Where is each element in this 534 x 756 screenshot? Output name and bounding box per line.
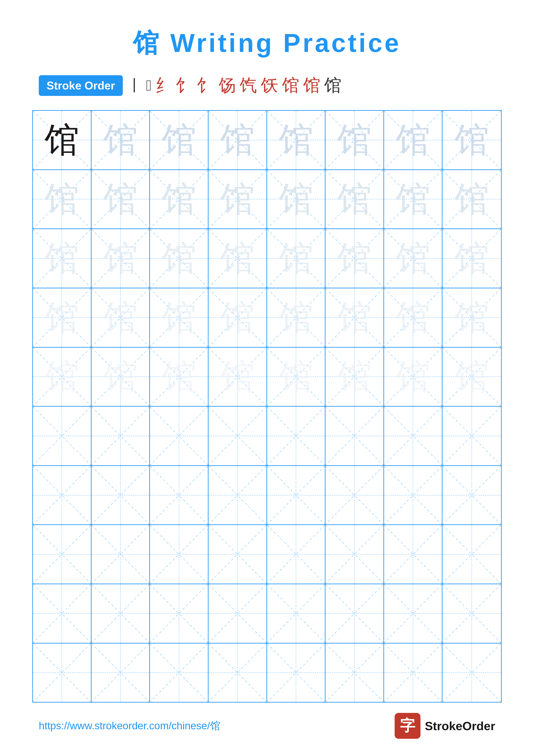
svg-line-97 — [33, 466, 91, 525]
grid-cell-6-8[interactable] — [443, 407, 501, 465]
grid-cell-9-2[interactable] — [91, 584, 150, 643]
grid-cell-1-4[interactable]: 馆 — [209, 111, 267, 169]
grid-cell-8-4[interactable] — [209, 525, 267, 583]
grid-cell-9-8[interactable] — [443, 584, 501, 643]
grid-cell-8-3[interactable] — [150, 525, 209, 583]
svg-line-109 — [384, 466, 442, 525]
grid-cell-9-5[interactable] — [267, 584, 326, 643]
grid-cell-9-7[interactable] — [384, 584, 443, 643]
grid-cell-6-6[interactable] — [325, 407, 384, 465]
grid-cell-1-6[interactable]: 馆 — [325, 111, 384, 169]
grid-cell-2-1[interactable]: 馆 — [33, 170, 91, 229]
footer: https://www.strokeorder.com/chinese/馆 字 … — [0, 713, 534, 739]
grid-cell-5-7[interactable]: 馆 — [384, 348, 443, 406]
grid-cell-6-1[interactable] — [33, 407, 91, 465]
grid-row-4: 馆 馆 馆 馆 馆 馆 馆 馆 — [33, 288, 501, 348]
grid-cell-4-4[interactable]: 馆 — [209, 288, 267, 347]
grid-cell-5-4[interactable]: 馆 — [209, 348, 267, 406]
grid-cell-4-3[interactable]: 馆 — [150, 288, 209, 347]
grid-cell-9-4[interactable] — [209, 584, 267, 643]
grid-cell-10-6[interactable] — [325, 643, 384, 702]
grid-cell-2-2[interactable]: 馆 — [91, 170, 150, 229]
char-guide: 馆 — [162, 123, 196, 157]
svg-line-98 — [91, 466, 149, 525]
svg-line-102 — [209, 466, 267, 525]
grid-cell-1-8[interactable]: 馆 — [443, 111, 501, 169]
grid-cell-6-2[interactable] — [91, 407, 150, 465]
svg-line-150 — [209, 643, 267, 702]
grid-cell-9-3[interactable] — [150, 584, 209, 643]
grid-cell-1-7[interactable]: 馆 — [384, 111, 443, 169]
svg-line-141 — [384, 584, 442, 643]
grid-cell-7-2[interactable] — [91, 466, 150, 525]
grid-cell-7-8[interactable] — [443, 466, 501, 525]
svg-line-96 — [33, 466, 91, 525]
grid-cell-5-8[interactable]: 馆 — [443, 348, 501, 406]
grid-cell-4-7[interactable]: 馆 — [384, 288, 443, 347]
grid-cell-10-5[interactable] — [267, 643, 326, 702]
grid-cell-2-8[interactable]: 馆 — [443, 170, 501, 229]
svg-line-104 — [267, 466, 325, 525]
grid-cell-2-3[interactable]: 馆 — [150, 170, 209, 229]
grid-cell-5-1[interactable]: 馆 — [33, 348, 91, 406]
grid-cell-8-8[interactable] — [443, 525, 501, 583]
grid-cell-3-6[interactable]: 馆 — [325, 229, 384, 288]
grid-cell-10-4[interactable] — [209, 643, 267, 702]
grid-cell-4-2[interactable]: 馆 — [91, 288, 150, 347]
grid-cell-3-4[interactable]: 馆 — [209, 229, 267, 288]
stroke-4: 饣 — [176, 74, 195, 97]
grid-cell-7-6[interactable] — [325, 466, 384, 525]
grid-cell-2-4[interactable]: 馆 — [209, 170, 267, 229]
grid-cell-1-2[interactable]: 馆 — [91, 111, 150, 169]
grid-cell-1-3[interactable]: 馆 — [150, 111, 209, 169]
grid-cell-8-5[interactable] — [267, 525, 326, 583]
grid-cell-10-3[interactable] — [150, 643, 209, 702]
stroke-8: 饫 — [261, 74, 280, 97]
grid-cell-3-5[interactable]: 馆 — [267, 229, 326, 288]
grid-cell-7-1[interactable] — [33, 466, 91, 525]
grid-cell-5-2[interactable]: 馆 — [91, 348, 150, 406]
grid-cell-9-1[interactable] — [33, 584, 91, 643]
stroke-9: 馆 — [282, 74, 301, 97]
grid-cell-7-4[interactable] — [209, 466, 267, 525]
grid-cell-6-7[interactable] — [384, 407, 443, 465]
grid-cell-3-1[interactable]: 馆 — [33, 229, 91, 288]
grid-cell-10-7[interactable] — [384, 643, 443, 702]
grid-cell-4-1[interactable]: 馆 — [33, 288, 91, 347]
grid-cell-4-8[interactable]: 馆 — [443, 288, 501, 347]
grid-cell-6-4[interactable] — [209, 407, 267, 465]
grid-cell-2-6[interactable]: 馆 — [325, 170, 384, 229]
grid-cell-4-5[interactable]: 馆 — [267, 288, 326, 347]
svg-line-151 — [209, 643, 267, 702]
grid-cell-9-6[interactable] — [325, 584, 384, 643]
svg-line-147 — [91, 643, 149, 702]
grid-cell-1-1[interactable]: 馆 — [33, 111, 91, 169]
grid-cell-7-7[interactable] — [384, 466, 443, 525]
footer-url-link[interactable]: https://www.strokeorder.com/chinese/馆 — [39, 719, 220, 733]
grid-cell-3-8[interactable]: 馆 — [443, 229, 501, 288]
grid-cell-8-6[interactable] — [325, 525, 384, 583]
grid-cell-6-3[interactable] — [150, 407, 209, 465]
grid-cell-3-7[interactable]: 馆 — [384, 229, 443, 288]
grid-cell-3-2[interactable]: 馆 — [91, 229, 150, 288]
grid-cell-5-3[interactable]: 馆 — [150, 348, 209, 406]
grid-cell-10-1[interactable] — [33, 643, 91, 702]
grid-cell-8-7[interactable] — [384, 525, 443, 583]
grid-cell-4-6[interactable]: 馆 — [325, 288, 384, 347]
grid-cell-5-5[interactable]: 馆 — [267, 348, 326, 406]
svg-line-95 — [443, 407, 501, 465]
grid-cell-8-1[interactable] — [33, 525, 91, 583]
grid-cell-1-5[interactable]: 馆 — [267, 111, 326, 169]
grid-cell-5-6[interactable]: 馆 — [325, 348, 384, 406]
svg-line-159 — [443, 643, 501, 702]
grid-cell-10-2[interactable] — [91, 643, 150, 702]
grid-cell-2-7[interactable]: 馆 — [384, 170, 443, 229]
grid-cell-3-3[interactable]: 馆 — [150, 229, 209, 288]
grid-cell-2-5[interactable]: 馆 — [267, 170, 326, 229]
grid-cell-6-5[interactable] — [267, 407, 326, 465]
svg-line-92 — [384, 407, 442, 465]
grid-cell-10-8[interactable] — [443, 643, 501, 702]
grid-cell-7-5[interactable] — [267, 466, 326, 525]
grid-cell-8-2[interactable] — [91, 525, 150, 583]
grid-cell-7-3[interactable] — [150, 466, 209, 525]
